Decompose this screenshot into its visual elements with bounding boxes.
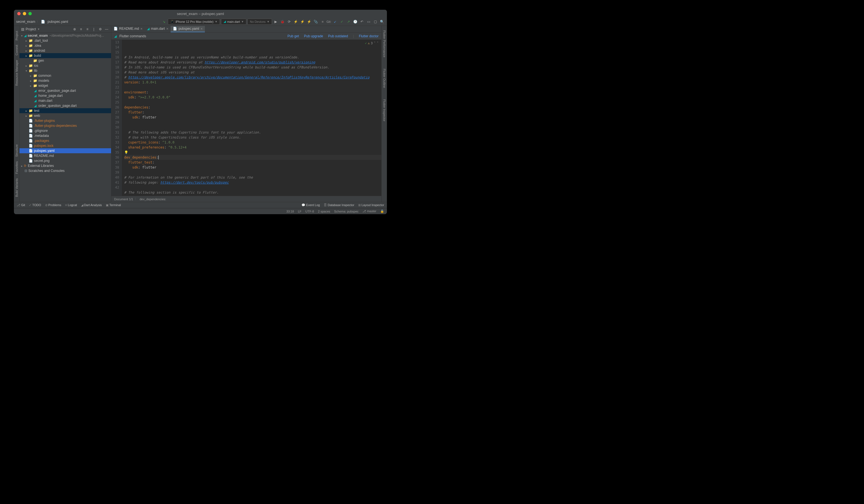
close-window-button[interactable]	[17, 12, 21, 15]
profile-button[interactable]: ⚡	[293, 19, 299, 24]
git-commit-icon[interactable]: ✓	[339, 19, 345, 24]
crumb-path[interactable]: dev_dependencies:	[140, 197, 166, 201]
line-separator[interactable]: LF	[298, 210, 301, 213]
tree-arrow-icon[interactable]: ▸	[26, 54, 28, 57]
history-icon[interactable]: 🕐	[352, 19, 358, 24]
tree-item[interactable]: ◢home_page.dart	[20, 93, 111, 98]
tree-item[interactable]: ▸📁build	[20, 53, 111, 58]
close-tab-icon[interactable]: ✕	[201, 27, 203, 30]
tree-arrow-icon[interactable]: ▸	[26, 44, 28, 47]
device-selector[interactable]: 📱 iPhone 12 Pro Max (mobile) ▼	[168, 19, 220, 25]
coverage-button[interactable]: ⟳	[286, 19, 292, 24]
bottom-tool-tab[interactable]: ≡ Logcat	[65, 203, 77, 207]
debug-button[interactable]: 🐞	[280, 19, 285, 24]
breadcrumb-project[interactable]: secret_exam	[16, 20, 35, 24]
collapse-icon[interactable]: ≡	[85, 26, 90, 32]
tool-tab[interactable]: Favorites	[14, 159, 19, 176]
git-pull-icon[interactable]: ↙	[332, 19, 338, 24]
run-config-selector[interactable]: ◢ main.dart ▼	[221, 19, 246, 25]
locate-icon[interactable]: ⊕	[72, 26, 77, 32]
tree-item[interactable]: 📄.packages	[20, 138, 111, 143]
tool-tab[interactable]: Flutter Inspector	[382, 97, 387, 123]
tree-scratches[interactable]: ⊟ Scratches and Consoles	[20, 168, 111, 173]
tree-item[interactable]: 📄pubspec.lock	[20, 143, 111, 148]
flutter-command-link[interactable]: Pub outdated	[328, 34, 348, 38]
lightbulb-icon[interactable]: 💡	[124, 150, 128, 155]
tree-item[interactable]: ◢error_question_page.dart	[20, 88, 111, 93]
tree-item[interactable]: ▸📁android	[20, 48, 111, 53]
sdk-icon[interactable]: ▢	[372, 19, 378, 24]
tool-tab[interactable]: Flutter Outline	[382, 66, 387, 90]
code-content[interactable]: ✓ ⚠ 3 ˆ ˇ # In Android, build-name is us…	[122, 40, 381, 196]
hot-restart-button[interactable]: ⚡	[307, 19, 312, 24]
chevron-down-icon[interactable]: ▾	[21, 34, 24, 37]
tool-tab[interactable]: Build Variants	[14, 176, 19, 199]
crumb-doc[interactable]: Document 1/1	[114, 197, 133, 201]
tree-item[interactable]: 📄.flutter-plugins-dependencies	[20, 123, 111, 128]
tree-item[interactable]: ▸📁test	[20, 108, 111, 113]
project-panel-title[interactable]: Project	[26, 27, 36, 31]
tree-item[interactable]: 📁gen	[20, 58, 111, 63]
cursor-position[interactable]: 33:18	[286, 210, 294, 213]
tree-item[interactable]: ▸📁widget	[20, 83, 111, 88]
tree-item[interactable]: 📄.metadata	[20, 133, 111, 138]
project-dropdown-icon[interactable]: ▤	[21, 27, 24, 31]
line-gutter[interactable]: 1314151617181920212223242526272829303132…	[111, 40, 122, 196]
tree-item[interactable]: 📄secret.png	[20, 158, 111, 163]
bottom-tool-tab[interactable]: ⊞ Layout Inspector	[358, 203, 384, 207]
git-push-icon[interactable]: ↗	[346, 19, 351, 24]
rollback-icon[interactable]: ↶	[359, 19, 365, 24]
tree-item[interactable]: ◢main.dart	[20, 98, 111, 103]
tree-item[interactable]: 📄.flutter-plugins	[20, 118, 111, 123]
tree-item[interactable]: ▸📁.dart_tool	[20, 38, 111, 43]
bottom-tool-tab[interactable]: 🗄 Database Inspector	[324, 203, 354, 207]
search-icon[interactable]: 🔍	[379, 19, 385, 24]
tree-item[interactable]: ▸📁models	[20, 78, 111, 83]
tool-tab[interactable]: Project	[14, 29, 19, 42]
maximize-window-button[interactable]	[28, 12, 32, 15]
tree-external-libraries[interactable]: ▸ ⊪ External Libraries	[20, 163, 111, 168]
stop-button[interactable]: ■	[320, 19, 325, 24]
bottom-tool-tab[interactable]: ⊘ Problems	[45, 203, 61, 207]
sync-icon[interactable]: ↘	[161, 19, 167, 24]
attach-button[interactable]: 📎	[313, 19, 319, 24]
indent-setting[interactable]: 2 spaces	[318, 210, 330, 213]
run-button[interactable]: ▶	[273, 19, 279, 24]
minimize-window-button[interactable]	[23, 12, 26, 15]
inspection-badge[interactable]: ✓ ⚠ 3 ˆ ˇ	[365, 41, 379, 46]
tool-tab[interactable]: Structure	[14, 142, 19, 159]
hide-icon[interactable]: —	[104, 26, 109, 32]
code-editor[interactable]: 1314151617181920212223242526272829303132…	[111, 40, 381, 196]
editor-breadcrumb[interactable]: Document 1/1 〉 dev_dependencies:	[111, 196, 381, 202]
breadcrumb-file[interactable]: pubspec.yaml	[48, 20, 68, 24]
tree-item[interactable]: 📄.gitignore	[20, 128, 111, 133]
tree-item[interactable]: ▾📁lib	[20, 68, 111, 73]
bottom-tool-tab[interactable]: ⎇ Git	[17, 203, 25, 207]
tree-arrow-icon[interactable]: ▸	[30, 84, 33, 87]
tool-tab[interactable]: Flutter Performance	[382, 28, 387, 60]
tree-item[interactable]: ▸📁.idea	[20, 43, 111, 48]
close-tab-icon[interactable]: ✕	[140, 27, 143, 30]
tree-arrow-icon[interactable]: ▸	[26, 64, 28, 67]
expand-icon[interactable]: ≡	[78, 26, 84, 32]
tree-item[interactable]: 📄README.md	[20, 153, 111, 158]
chevron-down-icon[interactable]: ▼	[37, 28, 40, 30]
tree-arrow-icon[interactable]: ▸	[30, 79, 33, 82]
flutter-command-link[interactable]: Pub get	[288, 34, 299, 38]
tree-arrow-icon[interactable]: ▸	[30, 74, 33, 77]
flutter-command-link[interactable]: Pub upgrade	[304, 34, 323, 38]
avd-icon[interactable]: ▭	[366, 19, 371, 24]
project-tree[interactable]: ▾ ◢ secret_exam ~/development/Projects/M…	[20, 33, 111, 202]
tree-item[interactable]: ▸📁web	[20, 113, 111, 118]
bottom-tool-tab[interactable]: 💬 Event Log	[301, 203, 320, 207]
tree-root[interactable]: ▾ ◢ secret_exam ~/development/Projects/M…	[20, 33, 111, 38]
tree-arrow-icon[interactable]: ▾	[26, 69, 28, 72]
file-encoding[interactable]: UTF-8	[305, 210, 314, 213]
breadcrumb[interactable]: secret_exam 〉 📄 pubspec.yaml	[16, 19, 68, 24]
tree-arrow-icon[interactable]: ▸	[26, 39, 28, 42]
tree-arrow-icon[interactable]: ▸	[26, 49, 28, 52]
tree-arrow-icon[interactable]: ▸	[26, 114, 28, 118]
tree-item[interactable]: ▸📁ios	[20, 63, 111, 68]
tree-arrow-icon[interactable]: ▸	[26, 109, 28, 112]
schema-indicator[interactable]: Schema: pubspec	[334, 210, 359, 213]
